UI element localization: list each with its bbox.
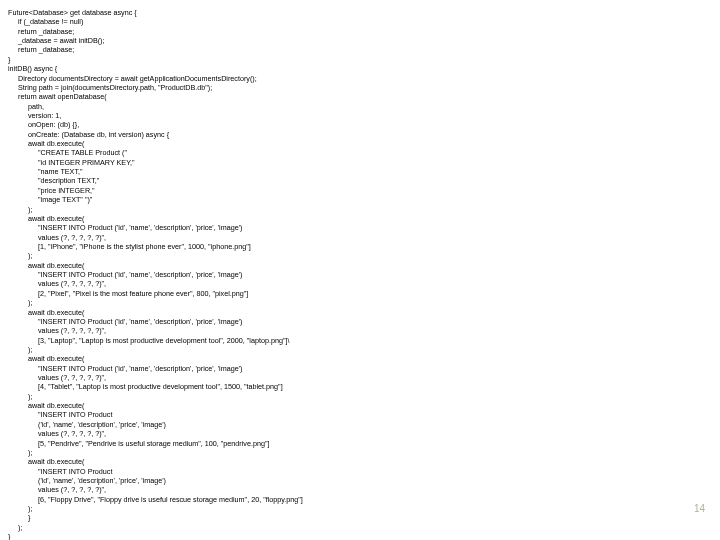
code-line: "image TEXT" ")" <box>38 195 712 204</box>
code-line: path, <box>28 102 712 111</box>
code-line: "INSERT INTO Product ('id', 'name', 'des… <box>38 270 712 279</box>
code-line: await db.execute( <box>28 457 712 466</box>
code-line: [6, "Floppy Drive", "Floppy drive is use… <box>38 495 712 504</box>
code-line: await db.execute( <box>28 261 712 270</box>
code-line: "INSERT INTO Product ('id', 'name', 'des… <box>38 317 712 326</box>
code-line: "CREATE TABLE Product (" <box>38 148 712 157</box>
code-line: await db.execute( <box>28 139 712 148</box>
code-line: await db.execute( <box>28 214 712 223</box>
code-line: return _database; <box>18 45 712 54</box>
code-line: } <box>8 55 712 64</box>
code-line: await db.execute( <box>28 308 712 317</box>
code-line: "name TEXT," <box>38 167 712 176</box>
code-line: [5, "Pendrive", "Pendrive is useful stor… <box>38 439 712 448</box>
code-line: version: 1, <box>28 111 712 120</box>
code-line: "description TEXT," <box>38 176 712 185</box>
code-line: ); <box>28 251 712 260</box>
code-line: ); <box>28 448 712 457</box>
code-line: values (?, ?, ?, ?, ?)", <box>38 485 712 494</box>
code-line: "INSERT INTO Product <box>38 410 712 419</box>
code-line: return await openDatabase( <box>18 92 712 101</box>
code-line: values (?, ?, ?, ?, ?)", <box>38 233 712 242</box>
code-line: [1, "iPhone", "iPhone is the stylist pho… <box>38 242 712 251</box>
page-number: 14 <box>694 502 705 515</box>
code-line: values (?, ?, ?, ?, ?)", <box>38 326 712 335</box>
code-line: ); <box>28 392 712 401</box>
code-line: values (?, ?, ?, ?, ?)", <box>38 373 712 382</box>
code-line: ('id', 'name', 'description', 'price', '… <box>38 420 712 429</box>
code-content: Future<Database> get database async {if … <box>8 8 712 540</box>
code-line: onOpen: (db) {}, <box>28 120 712 129</box>
code-line: ); <box>18 523 712 532</box>
code-line: if (_database != null) <box>18 17 712 26</box>
code-line: "INSERT INTO Product ('id', 'name', 'des… <box>38 364 712 373</box>
code-line: initDB() async { <box>8 64 712 73</box>
code-line: Future<Database> get database async { <box>8 8 712 17</box>
code-line: await db.execute( <box>28 401 712 410</box>
code-line: return _database; <box>18 27 712 36</box>
code-line: "price INTEGER," <box>38 186 712 195</box>
code-line: [3, "Laptop", "Laptop is most productive… <box>38 336 712 345</box>
code-line: "id INTEGER PRIMARY KEY," <box>38 158 712 167</box>
code-line: ); <box>28 504 712 513</box>
code-line: ); <box>28 298 712 307</box>
code-line: ); <box>28 205 712 214</box>
code-line: values (?, ?, ?, ?, ?)", <box>38 429 712 438</box>
code-line: [4, "Tablet", "Laptop is most productive… <box>38 382 712 391</box>
code-line: ('id', 'name', 'description', 'price', '… <box>38 476 712 485</box>
code-line: } <box>8 532 712 540</box>
code-line: [2, "Pixel", "Pixel is the most feature … <box>38 289 712 298</box>
code-line: } <box>28 513 712 522</box>
code-line: ); <box>28 345 712 354</box>
code-line: _database = await initDB(); <box>18 36 712 45</box>
code-line: "INSERT INTO Product ('id', 'name', 'des… <box>38 223 712 232</box>
code-line: String path = join(documentsDirectory.pa… <box>18 83 712 92</box>
code-line: "INSERT INTO Product <box>38 467 712 476</box>
code-line: Directory documentsDirectory = await get… <box>18 74 712 83</box>
code-line: onCreate: (Database db, int version) asy… <box>28 130 712 139</box>
code-line: await db.execute( <box>28 354 712 363</box>
code-line: values (?, ?, ?, ?, ?)", <box>38 279 712 288</box>
